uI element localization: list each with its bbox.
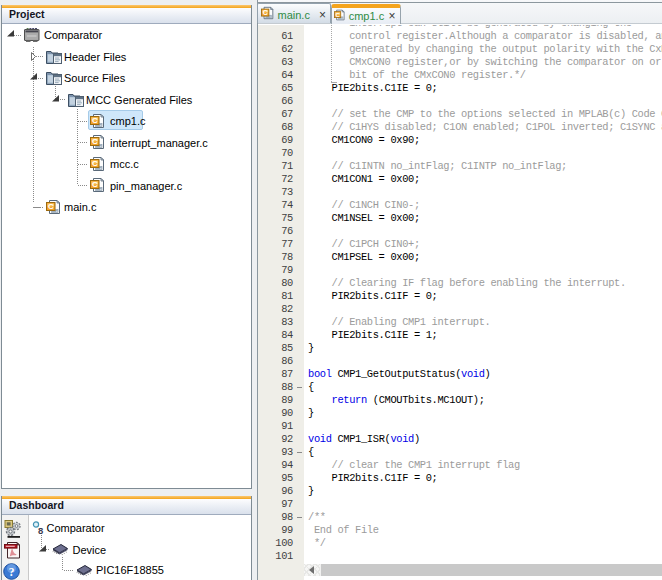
svg-text:C: C [335, 11, 340, 17]
svg-text:C: C [92, 180, 98, 189]
svg-text:C: C [92, 159, 98, 168]
svg-text:C: C [92, 137, 98, 146]
svg-text:C: C [263, 9, 268, 16]
svg-text:C: C [48, 202, 54, 211]
svg-text:C: C [92, 116, 98, 125]
svg-text:?: ? [9, 566, 15, 578]
svg-text:8: 8 [38, 524, 43, 535]
